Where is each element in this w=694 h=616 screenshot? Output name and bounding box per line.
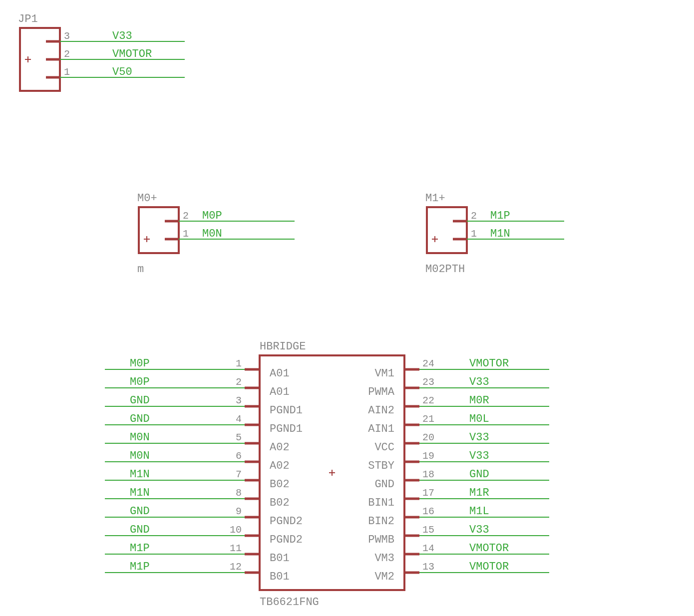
- svg-text:2: 2: [183, 210, 189, 222]
- m0-value: m: [137, 263, 144, 276]
- svg-text:PGND1: PGND1: [270, 423, 303, 435]
- hbridge-pin-17: 17BIN1M1R: [368, 487, 549, 509]
- svg-text:M0P: M0P: [202, 210, 222, 222]
- svg-text:M1R: M1R: [469, 487, 489, 499]
- svg-rect-18: [139, 207, 179, 253]
- svg-text:GND: GND: [130, 505, 150, 518]
- svg-text:11: 11: [230, 543, 242, 554]
- svg-text:24: 24: [422, 358, 434, 369]
- svg-text:5: 5: [236, 432, 242, 443]
- svg-text:6: 6: [236, 450, 242, 462]
- svg-text:PWMB: PWMB: [368, 534, 394, 546]
- svg-text:M0L: M0L: [469, 413, 489, 425]
- svg-text:1: 1: [183, 228, 189, 240]
- origin-cross: [25, 56, 31, 62]
- svg-text:2: 2: [471, 210, 477, 222]
- hbridge-pin-16: 16BIN2M1L: [368, 505, 549, 528]
- svg-text:VMOTOR: VMOTOR: [469, 357, 509, 370]
- svg-text:1: 1: [471, 228, 477, 240]
- svg-text:3: 3: [64, 30, 70, 42]
- svg-text:V50: V50: [112, 66, 132, 78]
- jp1-ref: JP1: [18, 13, 38, 25]
- svg-text:M1N: M1N: [490, 228, 510, 240]
- svg-text:PWMA: PWMA: [368, 386, 395, 398]
- hbridge-pin-18: 18GNDGND: [374, 468, 549, 491]
- hbridge-pin-22: 22AIN2M0R: [368, 394, 549, 417]
- svg-text:M1P: M1P: [130, 561, 150, 573]
- svg-text:20: 20: [422, 432, 434, 443]
- hbridge-left-pins: 1A01M0P2A01M0P3PGND1GND4PGND1GND5A02M0N6…: [105, 357, 303, 583]
- m0-pin-1: 1 M0N: [165, 228, 295, 240]
- svg-text:GND: GND: [130, 524, 150, 536]
- hbridge-pin-15: 15PWMBV33: [368, 524, 549, 546]
- svg-text:PGND1: PGND1: [270, 404, 303, 417]
- hbridge-pin-13: 13VM2VMOTOR: [374, 561, 549, 583]
- svg-text:2: 2: [64, 48, 70, 60]
- svg-text:VM2: VM2: [374, 571, 394, 583]
- svg-text:12: 12: [230, 561, 242, 573]
- svg-text:M1P: M1P: [490, 210, 510, 222]
- origin-cross: [432, 236, 438, 242]
- ic-hbridge: HBRIDGE TB6621FNG 1A01M0P2A01M0P3PGND1GN…: [105, 340, 549, 609]
- m1-ref: M1+: [425, 192, 445, 205]
- svg-text:M0N: M0N: [130, 450, 150, 462]
- svg-rect-31: [427, 207, 467, 253]
- svg-text:18: 18: [422, 469, 434, 480]
- hbridge-pin-24: 24VM1VMOTOR: [374, 357, 549, 380]
- svg-text:AIN2: AIN2: [368, 404, 394, 417]
- svg-text:B01: B01: [270, 552, 290, 565]
- svg-text:A02: A02: [270, 460, 290, 472]
- hbridge-pin-14: 14VM3VMOTOR: [374, 542, 549, 565]
- jp1-pin-3: 3 V33: [46, 30, 185, 42]
- svg-text:M0N: M0N: [202, 228, 222, 240]
- hbridge-pin-23: 23PWMAV33: [368, 376, 549, 398]
- svg-text:16: 16: [422, 506, 434, 517]
- hbridge-pin-21: 21AIN1M0L: [368, 413, 549, 435]
- svg-text:M1P: M1P: [130, 542, 150, 555]
- hbridge-ref: HBRIDGE: [260, 340, 306, 353]
- svg-text:10: 10: [230, 524, 242, 536]
- m1-pin-2: 2 M1P: [453, 210, 564, 222]
- jp1-pin-1: 1 V50: [46, 66, 185, 78]
- svg-text:M0N: M0N: [130, 431, 150, 444]
- svg-text:VMOTOR: VMOTOR: [469, 542, 509, 555]
- svg-text:VM1: VM1: [374, 367, 394, 380]
- svg-text:VMOTOR: VMOTOR: [469, 561, 509, 573]
- svg-text:VM3: VM3: [374, 552, 394, 565]
- svg-text:M1N: M1N: [130, 487, 150, 499]
- svg-text:23: 23: [422, 376, 434, 388]
- svg-text:BIN1: BIN1: [368, 497, 394, 509]
- svg-text:3: 3: [236, 395, 242, 406]
- svg-text:M1L: M1L: [469, 505, 489, 518]
- svg-text:AIN1: AIN1: [368, 423, 394, 435]
- svg-text:4: 4: [236, 413, 242, 425]
- origin-cross: [144, 236, 150, 242]
- svg-text:22: 22: [422, 395, 434, 406]
- hbridge-pin-12: 12B01M1P: [105, 561, 290, 583]
- svg-text:19: 19: [422, 450, 434, 462]
- svg-text:A01: A01: [270, 367, 290, 380]
- hbridge-value: TB6621FNG: [260, 596, 319, 609]
- svg-text:STBY: STBY: [368, 460, 394, 472]
- hbridge-pin-19: 19STBYV33: [368, 450, 549, 472]
- svg-text:V33: V33: [112, 30, 132, 42]
- svg-text:PGND2: PGND2: [270, 515, 303, 528]
- m1-value: M02PTH: [425, 263, 465, 276]
- svg-text:GND: GND: [130, 413, 150, 425]
- hbridge-right-pins: 24VM1VMOTOR23PWMAV3322AIN2M0R21AIN1M0L20…: [368, 357, 549, 583]
- svg-text:9: 9: [236, 506, 242, 517]
- svg-text:GND: GND: [374, 478, 394, 491]
- svg-text:2: 2: [236, 376, 242, 388]
- svg-text:B02: B02: [270, 497, 290, 509]
- svg-text:GND: GND: [130, 394, 150, 407]
- svg-text:V33: V33: [469, 376, 489, 388]
- svg-text:VMOTOR: VMOTOR: [112, 48, 152, 60]
- svg-text:B02: B02: [270, 478, 290, 491]
- svg-text:PGND2: PGND2: [270, 534, 303, 546]
- svg-text:M1N: M1N: [130, 468, 150, 481]
- svg-text:21: 21: [422, 413, 434, 425]
- connector-m1: M1+ 2 M1P 1 M1N M02PTH: [425, 192, 564, 276]
- svg-text:V33: V33: [469, 524, 489, 536]
- svg-text:A01: A01: [270, 386, 290, 398]
- m1-pin-1: 1 M1N: [453, 228, 564, 240]
